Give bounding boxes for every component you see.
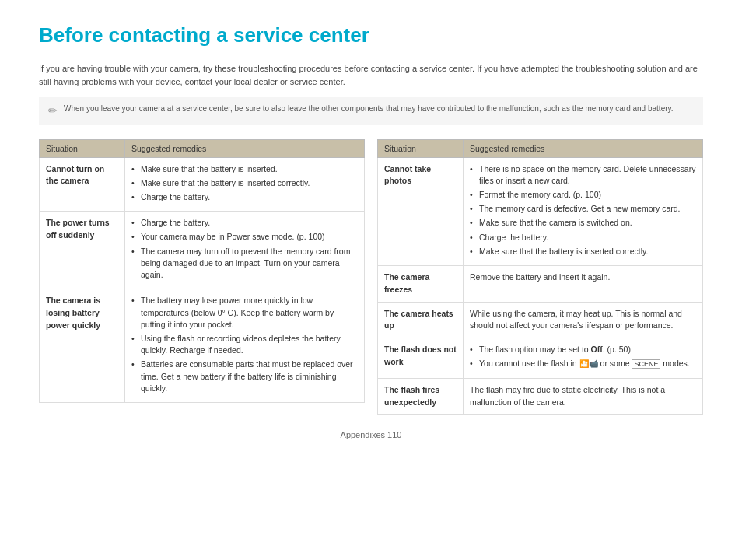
remedies-cell: The flash may fire due to static electri…	[464, 378, 703, 415]
situation-cell: The flash does not work	[378, 338, 464, 379]
footer: Appendixes 110	[39, 430, 703, 439]
table-row: The flash does not workThe flash option …	[378, 338, 703, 379]
list-item: The battery may lose power more quickly …	[131, 295, 358, 331]
table-row: The camera freezesRemove the battery and…	[378, 266, 703, 303]
situation-cell: The camera freezes	[378, 266, 464, 303]
remedies-cell: The flash option may be set to Off. (p. …	[464, 338, 703, 379]
list-item: The memory card is defective. Get a new …	[470, 203, 696, 215]
table-row: The camera heats upWhile using the camer…	[378, 302, 703, 338]
tables-container: Situation Suggested remedies Cannot turn…	[39, 139, 703, 415]
list-item: You cannot use the flash in 🎦📹 or some S…	[470, 358, 696, 370]
remedies-cell: Make sure that the battery is inserted.M…	[125, 157, 365, 212]
remedies-cell: Remove the battery and insert it again.	[464, 266, 703, 303]
left-table-wrap: Situation Suggested remedies Cannot turn…	[39, 139, 365, 415]
situation-cell: The camera heats up	[378, 302, 464, 338]
intro-text: If you are having trouble with your came…	[39, 62, 703, 88]
page-title: Before contacting a service center	[39, 23, 703, 54]
list-item: Your camera may be in Power save mode. (…	[131, 231, 358, 243]
left-header-situation: Situation	[40, 139, 125, 157]
list-item: The flash option may be set to Off. (p. …	[470, 344, 696, 355]
remedies-cell: Charge the battery.Your camera may be in…	[125, 212, 365, 289]
list-item: Make sure that the battery is inserted c…	[470, 246, 696, 257]
list-item: Make sure that the battery is inserted c…	[131, 177, 358, 189]
situation-cell: Cannot take photos	[378, 157, 464, 266]
remedies-cell: The battery may lose power more quickly …	[125, 289, 365, 403]
right-table: Situation Suggested remedies Cannot take…	[377, 139, 703, 415]
situation-cell: The power turns off suddenly	[40, 212, 125, 289]
list-item: Make sure that the camera is switched on…	[470, 217, 696, 229]
remedies-cell: There is no space on the memory card. De…	[464, 157, 703, 266]
situation-cell: The flash fires unexpectedly	[378, 378, 464, 415]
right-table-wrap: Situation Suggested remedies Cannot take…	[377, 139, 703, 415]
list-item: Format the memory card. (p. 100)	[470, 189, 696, 201]
list-item: The camera may turn off to prevent the m…	[131, 246, 358, 282]
list-item: Charge the battery.	[131, 217, 358, 229]
situation-cell: Cannot turn on the camera	[40, 157, 125, 212]
list-item: Charge the battery.	[131, 191, 358, 203]
table-row: Cannot turn on the cameraMake sure that …	[40, 157, 365, 212]
list-item: Make sure that the battery is inserted.	[131, 163, 358, 175]
left-table: Situation Suggested remedies Cannot turn…	[39, 139, 365, 404]
notice-icon: ✏	[48, 103, 58, 119]
list-item: Using the flash or recording videos depl…	[131, 333, 358, 356]
table-row: The camera is losing battery power quick…	[40, 289, 365, 403]
table-row: The power turns off suddenlyCharge the b…	[40, 212, 365, 289]
left-header-remedies: Suggested remedies	[125, 139, 365, 157]
list-item: There is no space on the memory card. De…	[470, 163, 696, 187]
table-row: The flash fires unexpectedlyThe flash ma…	[378, 378, 703, 415]
right-header-remedies: Suggested remedies	[464, 139, 703, 157]
table-row: Cannot take photosThere is no space on t…	[378, 157, 703, 266]
remedies-cell: While using the camera, it may heat up. …	[464, 302, 703, 338]
notice-box: ✏ When you leave your camera at a servic…	[39, 97, 703, 125]
situation-cell: The camera is losing battery power quick…	[40, 289, 125, 403]
list-item: Charge the battery.	[470, 232, 696, 243]
right-header-situation: Situation	[378, 139, 464, 157]
list-item: Batteries are consumable parts that must…	[131, 359, 358, 394]
notice-text: When you leave your camera at a service …	[64, 103, 674, 114]
